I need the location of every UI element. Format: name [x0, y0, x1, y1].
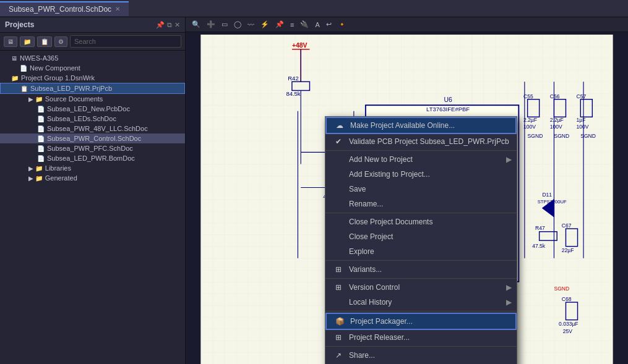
tree-item-libs[interactable]: ▶ 📁Libraries: [0, 163, 185, 173]
cm-item-validate[interactable]: ✔Validate PCB Project Subsea_LED_PWR.Prj…: [325, 134, 517, 149]
cm-item-add-existing[interactable]: Add Existing to Project...: [325, 167, 517, 182]
sch-add-btn[interactable]: ➕: [204, 19, 218, 30]
cm-label-close-docs: Close Project Documents: [349, 218, 432, 226]
cm-icon-packager: 📦: [334, 317, 345, 326]
cm-item-make-online[interactable]: ☁Make Project Available Online...: [325, 117, 517, 134]
tree-item-label-nwes: NWES-A365: [20, 54, 58, 62]
svg-text:22µF: 22µF: [562, 247, 574, 253]
cm-label-version-control: Version Control: [349, 283, 400, 292]
sch-wire-btn[interactable]: 〰: [245, 20, 257, 30]
tree-item-f6[interactable]: 📄Subsea_LED_PWR.BomDoc: [0, 153, 185, 163]
tree-item-icon-f3: 📄: [37, 125, 45, 132]
tree-item-icon-f5: 📄: [37, 145, 45, 152]
cm-item-add-new[interactable]: Add New to Project▶: [325, 152, 517, 167]
svg-text:0.033µF: 0.033µF: [559, 321, 579, 327]
sch-comp-btn[interactable]: 🔌: [298, 19, 311, 30]
toolbar-btn-3[interactable]: 📋: [37, 36, 52, 47]
pin-icon[interactable]: 📌: [156, 21, 165, 29]
svg-text:47.5k: 47.5k: [532, 243, 546, 249]
search-input[interactable]: [70, 35, 181, 48]
cm-item-version-control[interactable]: ⊞Version Control▶: [325, 280, 517, 295]
cm-label-explore: Explore: [349, 247, 374, 256]
sidebar-title: Projects: [5, 20, 34, 29]
svg-text:100V: 100V: [550, 124, 562, 130]
context-menu-overlay: ☁Make Project Available Online...✔Valida…: [325, 116, 517, 364]
cm-item-variants[interactable]: ⊞Variants...: [325, 262, 517, 277]
svg-text:25V: 25V: [563, 328, 573, 334]
cm-separator-sep2: [325, 213, 517, 213]
tree-item-newcomp[interactable]: 📄New Component: [0, 63, 185, 73]
float-icon[interactable]: ⧉: [167, 21, 172, 29]
tree-item-icon-grp1: 📁: [11, 75, 19, 82]
sch-undo-btn[interactable]: ↩: [324, 19, 334, 30]
svg-text:D11: D11: [542, 192, 552, 198]
tree-item-icon-newcomp: 📄: [20, 65, 27, 72]
tree-item-f3[interactable]: 📄Subsea_PWR_48V_LLC.SchDoc: [0, 124, 185, 133]
cm-item-packager[interactable]: 📦Project Packager...: [325, 313, 517, 330]
tree-item-label-f1: Subsea_LED_New.PcbDoc: [47, 105, 130, 112]
sch-circle-btn[interactable]: ◯: [231, 19, 244, 30]
tree-item-grp1[interactable]: 📁Project Group 1.DsnWrk: [0, 73, 185, 83]
tree-item-f1[interactable]: 📄Subsea_LED_New.PcbDoc: [0, 104, 185, 114]
sch-pin-btn[interactable]: 📌: [273, 19, 286, 30]
tab-label: Subsea_PWR_Control.SchDoc: [9, 5, 111, 14]
cm-item-explore[interactable]: Explore: [325, 244, 517, 259]
tree-item-icon-gen: ▶ 📁: [28, 175, 43, 182]
svg-text:100V: 100V: [523, 124, 536, 130]
tree-item-label-ledpcb: Subsea_LED_PWR.PrjPcb: [30, 85, 112, 92]
close-sidebar-icon[interactable]: ✕: [174, 21, 180, 29]
tree-item-label-libs: Libraries: [45, 164, 71, 172]
active-tab[interactable]: Subsea_PWR_Control.SchDoc ✕: [0, 1, 129, 16]
sch-highlight-btn[interactable]: 🔸: [335, 19, 349, 30]
cm-icon-version-control: ⊞: [333, 283, 344, 292]
tree-item-gen[interactable]: ▶ 📁Generated: [0, 173, 185, 183]
project-tree: 🖥NWES-A365📄New Component📁Project Group 1…: [0, 51, 185, 364]
cm-icon-share: ↗: [333, 351, 344, 360]
cm-label-packager: Project Packager...: [350, 317, 413, 326]
sch-filter-btn[interactable]: 🔍: [189, 19, 203, 30]
svg-text:SGND: SGND: [528, 133, 543, 139]
svg-text:1µF: 1µF: [577, 117, 586, 123]
cm-item-rename[interactable]: Rename...: [325, 197, 517, 211]
cm-item-releaser[interactable]: ⊞Project Releaser...: [325, 330, 517, 345]
cm-item-share[interactable]: ↗Share...: [325, 348, 517, 363]
cm-label-add-new: Add New to Project: [349, 155, 413, 164]
tree-item-f2[interactable]: 📄Subsea_LEDs.SchDoc: [0, 114, 185, 124]
svg-text:C67: C67: [562, 222, 572, 229]
sidebar-icon-group: 📌 ⧉ ✕: [156, 21, 180, 29]
cm-icon-make-online: ☁: [334, 121, 345, 130]
sidebar-header: Projects 📌 ⧉ ✕: [0, 17, 185, 33]
tab-close-button[interactable]: ✕: [115, 6, 120, 12]
sch-power-btn[interactable]: ⚡: [258, 19, 272, 30]
tree-item-f4[interactable]: 📄Subsea_PWR_Control.SchDoc: [0, 133, 185, 143]
cm-separator-sep6: [325, 346, 517, 347]
svg-text:C57: C57: [577, 93, 587, 99]
cm-label-variants: Variants...: [349, 265, 382, 274]
tree-item-icon-f6: 📄: [37, 155, 45, 162]
cm-arrow-version-control: ▶: [506, 283, 512, 292]
svg-text:SGND: SGND: [554, 133, 569, 139]
sch-rect-btn[interactable]: ▭: [219, 19, 230, 30]
cm-label-save: Save: [349, 185, 366, 193]
toolbar-btn-2[interactable]: 📁: [20, 36, 35, 47]
tree-item-f5[interactable]: 📄Subsea_PWR_PFC.SchDoc: [0, 143, 185, 153]
toolbar-btn-1[interactable]: 🖥: [4, 36, 17, 47]
cm-separator-sep5: [325, 311, 517, 311]
toolbar-btn-4[interactable]: ⚙: [54, 36, 67, 47]
sch-text-btn[interactable]: A: [312, 20, 322, 30]
cm-arrow-local-history: ▶: [506, 298, 512, 307]
tree-item-ledpcb[interactable]: 📋Subsea_LED_PWR.PrjPcb: [0, 83, 185, 94]
cm-item-save[interactable]: Save: [325, 182, 517, 197]
tree-item-label-f2: Subsea_LEDs.SchDoc: [47, 115, 116, 122]
tree-item-icon-libs: ▶ 📁: [28, 165, 43, 172]
cm-label-rename: Rename...: [349, 200, 383, 208]
cm-item-close-docs[interactable]: Close Project Documents: [325, 214, 517, 229]
cm-item-local-history[interactable]: Local History▶: [325, 295, 517, 310]
tree-item-label-f3: Subsea_PWR_48V_LLC.SchDoc: [47, 125, 148, 132]
svg-text:2.2µF: 2.2µF: [523, 117, 537, 123]
tree-item-srcdocs[interactable]: ▶ 📁Source Documents: [0, 94, 185, 104]
sch-line-btn[interactable]: ≡: [288, 20, 296, 30]
cm-icon-validate: ✔: [333, 137, 344, 146]
tree-item-nwes[interactable]: 🖥NWES-A365: [0, 53, 185, 63]
cm-item-close-proj[interactable]: Close Project: [325, 229, 517, 244]
